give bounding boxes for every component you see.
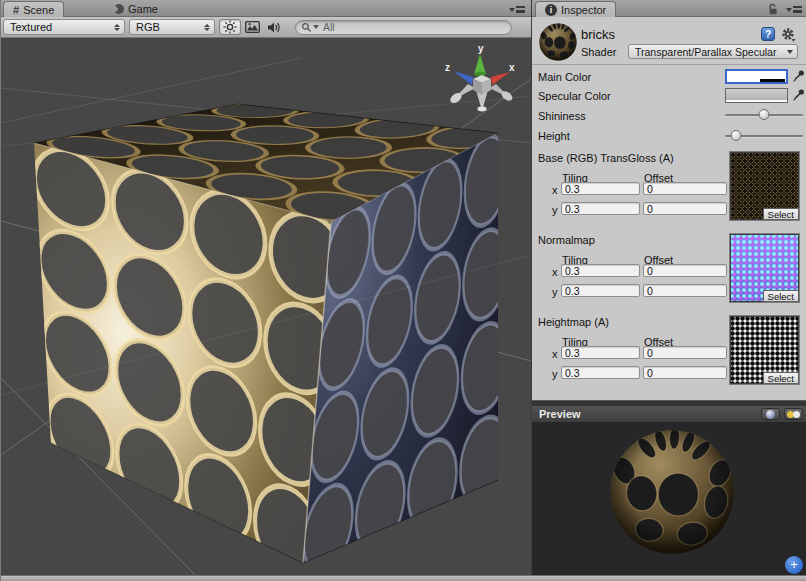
sphere-icon [766, 410, 775, 419]
axis-y-label: y [478, 43, 484, 54]
textured-cube[interactable] [32, 101, 522, 575]
tab-inspector-label: Inspector [561, 4, 606, 16]
dropdown-arrows-icon [204, 24, 210, 31]
map-title: Base (RGB) TransGloss (A) [538, 152, 674, 164]
map-section-base: Base (RGB) TransGloss (A) Tiling Offset … [532, 151, 806, 221]
axis-z-cone[interactable] [453, 71, 473, 85]
x-axis-label: x [552, 184, 558, 196]
tab-scene[interactable]: # Scene [3, 1, 64, 17]
shader-value: Transparent/Parallax Specular [635, 46, 782, 58]
offset-y-input[interactable] [643, 202, 727, 215]
game-icon [114, 4, 124, 14]
sun-icon [223, 20, 237, 34]
specular-color-swatch[interactable] [725, 88, 788, 103]
offset-x-input[interactable] [643, 264, 727, 277]
draw-mode-dropdown[interactable]: Textured [3, 19, 125, 35]
divider [532, 64, 806, 65]
alpha-bar [760, 79, 785, 83]
add-button[interactable]: + [785, 556, 803, 574]
scene-tabbar: # Scene Game [1, 0, 531, 17]
scene-toolbar: Textured RGB [1, 17, 531, 38]
offset-x-input[interactable] [643, 346, 727, 359]
preview-mesh-button[interactable] [761, 408, 780, 420]
select-button[interactable]: Select [763, 372, 799, 384]
heightmap-texture-thumbnail[interactable]: Select [729, 315, 800, 385]
scene-grid-icon: # [13, 4, 19, 16]
offset-y-input[interactable] [643, 366, 727, 379]
tab-inspector[interactable]: i Inspector [535, 1, 616, 17]
shininess-slider[interactable] [725, 108, 803, 122]
tiling-x-input[interactable] [561, 182, 640, 195]
map-title: Heightmap (A) [538, 316, 609, 328]
tiling-y-input[interactable] [561, 284, 640, 297]
tiling-y-input[interactable] [561, 202, 640, 215]
base-texture-thumbnail[interactable]: Select [729, 151, 800, 221]
preview-lighting-button[interactable] [784, 408, 803, 420]
unity-window: # Scene Game Textured RGB [0, 0, 806, 581]
tab-scene-label: Scene [23, 4, 54, 16]
preview-title: Preview [539, 408, 761, 420]
specular-color-label: Specular Color [538, 90, 611, 102]
tab-game-label: Game [128, 3, 158, 15]
axis-y-cone[interactable] [474, 54, 486, 74]
axis-z-label: z [445, 62, 450, 73]
axis-x-cone[interactable] [491, 72, 510, 85]
inspector-panel: i Inspector bricks Shader Transparent/Pa… [531, 0, 806, 575]
height-slider-handle[interactable] [730, 130, 741, 141]
map-title: Normalmap [538, 234, 595, 246]
offset-x-input[interactable] [643, 182, 727, 195]
material-preview-sphere[interactable] [609, 429, 735, 555]
info-icon: i [545, 4, 557, 16]
draw-mode-label: Textured [10, 21, 108, 33]
map-section-normalmap: Normalmap Tiling Offset x y Select [532, 233, 806, 303]
eyedropper-icon[interactable] [792, 88, 805, 102]
scene-fx-button[interactable] [241, 19, 263, 35]
scene-panel: # Scene Game Textured RGB [1, 0, 531, 575]
scene-audio-button[interactable] [263, 19, 285, 35]
shininess-label: Shininess [538, 110, 586, 122]
offset-y-input[interactable] [643, 284, 727, 297]
select-button[interactable]: Select [763, 208, 799, 220]
search-filter-arrow-icon [313, 25, 319, 29]
map-section-heightmap: Heightmap (A) Tiling Offset x y Select [532, 315, 806, 385]
eyedropper-icon[interactable] [792, 69, 805, 83]
y-axis-label: y [552, 204, 558, 216]
material-preview-area[interactable]: + [532, 423, 806, 575]
select-button[interactable]: Select [763, 290, 799, 302]
inspector-menu-icon[interactable] [786, 6, 802, 13]
scene-search-input[interactable]: All [295, 20, 512, 35]
scene-panel-menu-icon[interactable] [509, 6, 525, 13]
scene-lighting-button[interactable] [219, 19, 241, 35]
tiling-x-input[interactable] [561, 264, 640, 277]
speaker-icon [267, 21, 281, 34]
shininess-slider-handle[interactable] [759, 109, 770, 120]
axis-gizmo[interactable]: y x z [445, 43, 515, 111]
y-axis-label: y [552, 286, 558, 298]
shader-dropdown[interactable]: Transparent/Parallax Specular [628, 44, 798, 59]
gear-icon[interactable] [781, 27, 796, 42]
color-mode-dropdown[interactable]: RGB [129, 19, 215, 35]
material-sphere-icon [539, 23, 577, 61]
dropdown-arrows-icon [114, 24, 120, 31]
tiling-x-input[interactable] [561, 346, 640, 359]
inspector-content: bricks Shader Transparent/Parallax Specu… [532, 17, 806, 400]
help-icon[interactable]: ? [761, 27, 775, 41]
axis-x-label: x [509, 62, 515, 73]
x-axis-label: x [552, 348, 558, 360]
white-light-icon [793, 411, 800, 418]
main-color-swatch[interactable] [725, 69, 788, 84]
x-axis-label: x [552, 266, 558, 278]
preview-titlebar[interactable]: Preview [532, 406, 806, 423]
normalmap-texture-thumbnail[interactable]: Select [729, 233, 800, 303]
status-bar [1, 575, 806, 581]
search-icon [301, 22, 312, 33]
height-label: Height [538, 130, 570, 142]
height-slider[interactable] [725, 129, 803, 143]
lock-icon[interactable] [767, 3, 779, 15]
inspector-tabbar: i Inspector [532, 0, 806, 17]
color-mode-label: RGB [136, 21, 198, 33]
scene-viewport[interactable]: y x z [1, 38, 531, 575]
image-icon [245, 21, 260, 33]
tiling-y-input[interactable] [561, 366, 640, 379]
tab-game[interactable]: Game [105, 1, 167, 17]
